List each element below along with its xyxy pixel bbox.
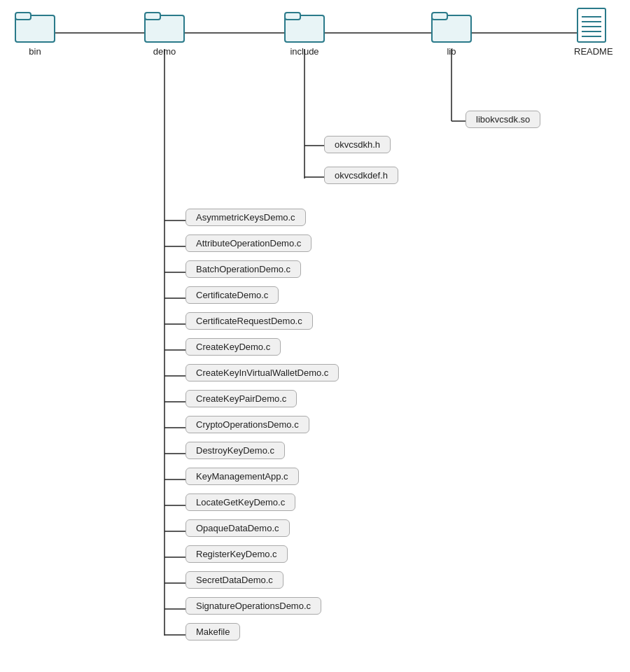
node-f10: DestroyKeyDemo.c xyxy=(186,442,285,459)
node-lib: lib xyxy=(430,7,472,57)
node-f8: CreateKeyPairDemo.c xyxy=(186,390,297,407)
node-f17: Makefile xyxy=(186,623,240,640)
node-f3: BatchOperationDemo.c xyxy=(186,260,301,278)
node-f9: CryptoOperationsDemo.c xyxy=(186,416,309,433)
node-bin: bin xyxy=(14,7,56,57)
libokvcsdk-box: libokvcsdk.so xyxy=(465,111,540,128)
node-okvcsdkdefh: okvcsdkdef.h xyxy=(324,167,398,184)
node-f14: RegisterKeyDemo.c xyxy=(186,545,288,563)
include-label: include xyxy=(290,46,318,57)
connection-lines xyxy=(0,0,630,672)
svg-rect-26 xyxy=(15,13,31,20)
folder-icon-demo xyxy=(144,7,186,43)
node-f7: CreateKeyInVirtualWalletDemo.c xyxy=(186,364,339,382)
node-demo: demo xyxy=(144,7,186,57)
folder-icon-bin xyxy=(14,7,56,43)
node-okvcsdkh: okvcsdkh.h xyxy=(324,136,391,153)
node-f16: SignatureOperationsDemo.c xyxy=(186,597,321,615)
file-icon-readme xyxy=(576,7,611,43)
node-readme: README xyxy=(574,7,613,57)
node-f13: OpaqueDataDemo.c xyxy=(186,519,290,537)
node-f11: KeyManagementApp.c xyxy=(186,468,299,485)
folder-icon-lib xyxy=(430,7,472,43)
node-include: include xyxy=(284,7,326,57)
node-f12: LocateGetKeyDemo.c xyxy=(186,493,295,511)
svg-rect-32 xyxy=(432,13,447,20)
folder-icon-include xyxy=(284,7,326,43)
svg-rect-30 xyxy=(285,13,300,20)
node-f15: SecretDataDemo.c xyxy=(186,571,284,589)
readme-label: README xyxy=(574,46,613,57)
node-f1: AsymmetricKeysDemo.c xyxy=(186,209,306,226)
diagram: bin demo include lib xyxy=(0,0,630,672)
demo-label: demo xyxy=(153,46,176,57)
node-f4: CertificateDemo.c xyxy=(186,286,279,304)
lib-label: lib xyxy=(447,46,456,57)
node-f6: CreateKeyDemo.c xyxy=(186,338,281,356)
node-libokvcsdk: libokvcsdk.so xyxy=(465,111,540,128)
bin-label: bin xyxy=(29,46,41,57)
node-f2: AttributeOperationDemo.c xyxy=(186,234,312,252)
okvcsdkh-box: okvcsdkh.h xyxy=(324,136,391,153)
node-f5: CertificateRequestDemo.c xyxy=(186,312,313,330)
svg-rect-28 xyxy=(145,13,160,20)
okvcsdkdefh-box: okvcsdkdef.h xyxy=(324,167,398,184)
